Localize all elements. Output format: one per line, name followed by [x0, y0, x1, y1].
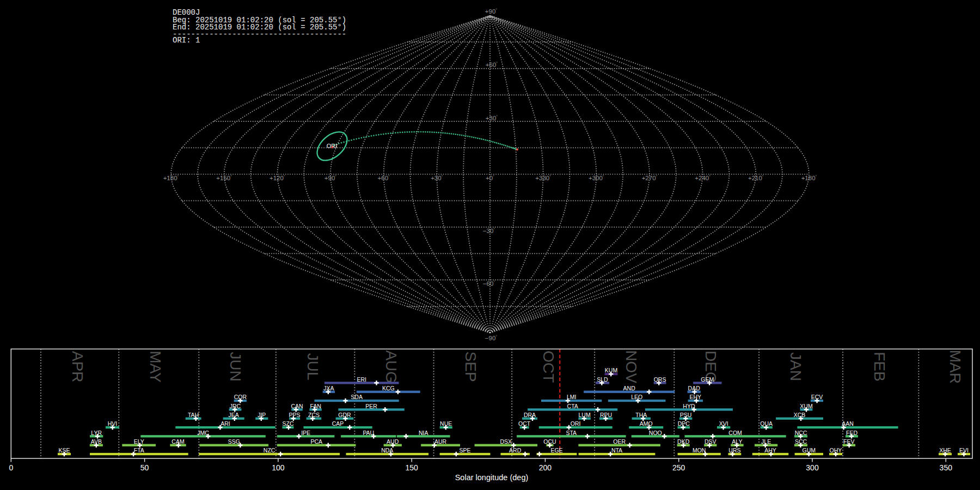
svg-text:ARI: ARI: [220, 420, 230, 427]
svg-text:AND: AND: [623, 385, 636, 391]
svg-text:PPS: PPS: [289, 412, 301, 418]
svg-text:JLE: JLE: [761, 438, 771, 445]
svg-text:ELY: ELY: [134, 438, 144, 445]
svg-text:OER: OER: [613, 438, 626, 445]
svg-text:ZCS: ZCS: [308, 412, 320, 418]
svg-text:+180°: +180°: [801, 175, 817, 181]
svg-text:50: 50: [140, 463, 149, 472]
svg-text:MON: MON: [693, 447, 706, 454]
svg-text:150: 150: [406, 463, 419, 472]
svg-text:SEP: SEP: [462, 351, 479, 382]
svg-text:MAY: MAY: [147, 351, 164, 383]
svg-text:+270°: +270°: [642, 175, 658, 181]
svg-text:ERI: ERI: [357, 376, 366, 383]
svg-text:FEB: FEB: [871, 352, 888, 381]
svg-text:AVB: AVB: [91, 438, 102, 445]
svg-text:FED: FED: [846, 430, 857, 436]
svg-text:Solar longitude (deg): Solar longitude (deg): [455, 473, 529, 482]
svg-text:NTA: NTA: [611, 447, 622, 454]
svg-text:100: 100: [272, 463, 285, 472]
svg-text:FTA: FTA: [134, 447, 144, 454]
svg-text:IPE: IPE: [301, 430, 310, 436]
svg-text:350: 350: [940, 463, 953, 472]
svg-text:APR: APR: [69, 351, 86, 383]
svg-text:JIP: JIP: [258, 412, 266, 418]
svg-text:THA: THA: [635, 412, 647, 418]
svg-text:LUM: LUM: [579, 412, 591, 418]
svg-text:XCB: XCB: [794, 412, 806, 418]
svg-text:DKD: DKD: [677, 438, 690, 445]
svg-text:JRC: JRC: [230, 403, 241, 409]
svg-text:KCG: KCG: [382, 385, 395, 391]
svg-text:ECV: ECV: [811, 394, 823, 400]
svg-text:OCT: OCT: [540, 351, 557, 383]
svg-text:+240°: +240°: [695, 175, 710, 181]
svg-text:LYR: LYR: [91, 430, 102, 436]
svg-text:DSX: DSX: [500, 438, 512, 445]
svg-text:NCC: NCC: [795, 430, 807, 436]
svg-text:PCA: PCA: [310, 438, 322, 445]
svg-text:ORS: ORS: [654, 376, 666, 383]
svg-text:AAN: AAN: [842, 420, 854, 427]
svg-text:XUM: XUM: [800, 403, 812, 409]
svg-text:EHY: EHY: [690, 394, 702, 400]
svg-text:KSE: KSE: [58, 447, 70, 454]
svg-text:SPE: SPE: [459, 447, 470, 454]
svg-text:OCU: OCU: [543, 438, 556, 445]
svg-text:HVI: HVI: [108, 420, 118, 427]
svg-text:PSU: PSU: [680, 412, 692, 418]
svg-text:OCT: OCT: [518, 420, 531, 427]
svg-text:+210°: +210°: [748, 175, 764, 181]
svg-text:SSG: SSG: [228, 438, 240, 445]
svg-text:MAR: MAR: [947, 350, 964, 383]
svg-text:AHY: AHY: [764, 447, 776, 454]
svg-text:+330°: +330°: [535, 175, 551, 181]
svg-text:JXA: JXA: [323, 385, 334, 391]
svg-text:AMO: AMO: [640, 420, 653, 427]
svg-text:PAU: PAU: [363, 430, 374, 436]
svg-text:AUD: AUD: [387, 438, 399, 445]
svg-text:FEV: FEV: [843, 438, 854, 445]
svg-text:AUR: AUR: [434, 438, 447, 445]
svg-text:URS: URS: [728, 447, 740, 454]
svg-text:DPC: DPC: [678, 420, 690, 427]
svg-text:+90°: +90°: [324, 175, 337, 181]
svg-text:OHY: OHY: [830, 447, 842, 454]
svg-text:ARD: ARD: [509, 447, 522, 454]
svg-text:JMC: JMC: [197, 430, 209, 436]
svg-text:ORI: ORI: [571, 420, 581, 427]
svg-text:NIA: NIA: [419, 430, 428, 436]
svg-text:JAN: JAN: [787, 352, 804, 381]
svg-text:TAH: TAH: [188, 412, 199, 418]
svg-text:NZC: NZC: [264, 447, 275, 454]
svg-text:COM: COM: [728, 430, 742, 436]
svg-text:JUL: JUL: [304, 353, 321, 381]
svg-text:−60°: −60°: [483, 280, 495, 287]
svg-text:200: 200: [539, 463, 552, 472]
svg-text:−90°: −90°: [485, 335, 498, 341]
svg-text:HYD: HYD: [683, 403, 695, 409]
svg-text:250: 250: [672, 463, 685, 472]
svg-text:JEA: JEA: [229, 412, 239, 418]
svg-text:SCC: SCC: [795, 438, 807, 445]
svg-text:CQR: CQR: [234, 394, 247, 400]
svg-text:EGE: EGE: [550, 447, 562, 454]
svg-text:DAD: DAD: [688, 385, 701, 391]
svg-text:LEO: LEO: [631, 394, 642, 400]
svg-text:PER: PER: [365, 403, 377, 409]
svg-text:GUM: GUM: [803, 447, 816, 454]
svg-text:RPU: RPU: [600, 412, 612, 418]
svg-text:+150°: +150°: [216, 175, 232, 181]
svg-text:KUM: KUM: [605, 367, 617, 373]
svg-text:NOO: NOO: [649, 430, 662, 436]
svg-text:+300°: +300°: [589, 175, 604, 181]
svg-text:QUA: QUA: [760, 420, 773, 427]
svg-text:300: 300: [806, 463, 819, 472]
svg-text:DSV: DSV: [705, 438, 716, 445]
svg-text:CTA: CTA: [567, 403, 578, 409]
svg-text:DRA: DRA: [524, 412, 536, 418]
svg-text:+60°: +60°: [486, 62, 498, 68]
svg-text:SLD: SLD: [597, 376, 608, 383]
svg-text:JUN: JUN: [227, 352, 244, 381]
svg-text:NDA: NDA: [381, 447, 393, 454]
